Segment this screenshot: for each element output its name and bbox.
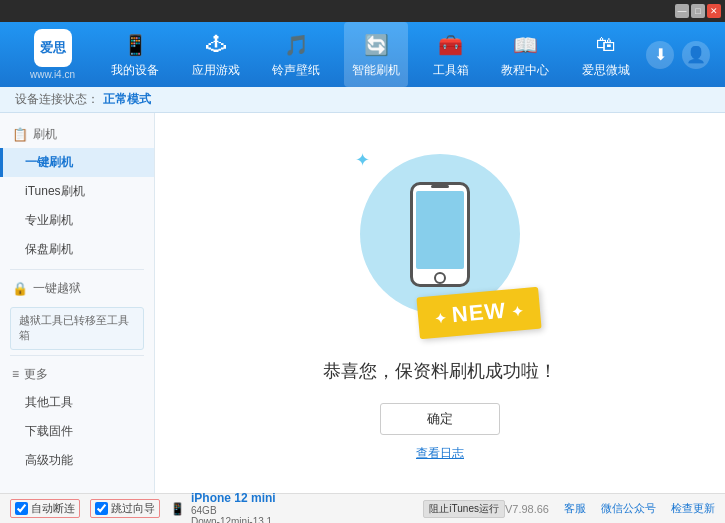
itunes-status: 阻止iTunes运行	[423, 500, 505, 518]
logo-icon: 爱思	[34, 29, 72, 67]
view-log-link[interactable]: 查看日志	[416, 445, 464, 462]
success-text: 恭喜您，保资料刷机成功啦！	[323, 359, 557, 383]
statusbar: 设备连接状态： 正常模式	[0, 87, 725, 113]
content-area: ✦ ✦ NEW 恭喜您，保资料刷机成功啦！ 确定 查看日志	[155, 113, 725, 493]
device-version: Down-12mini-13.1	[191, 516, 276, 524]
nav-smart-flash[interactable]: 🔄 智能刷机	[344, 22, 408, 87]
nav-items: 📱 我的设备 🕹 应用游戏 🎵 铃声壁纸 🔄 智能刷机 🧰 工具箱 📖 教程中心…	[95, 22, 646, 87]
flash-section-icon: 📋	[12, 127, 28, 142]
more-section-title: 更多	[24, 366, 48, 383]
main: 📋 刷机 一键刷机 iTunes刷机 专业刷机 保盘刷机 🔒 一键越狱 越狱工具…	[0, 113, 725, 493]
lock-icon: 🔒	[12, 281, 28, 296]
skip-wizard-checkbox[interactable]: 跳过向导	[90, 499, 160, 518]
nav-my-device-label: 我的设备	[111, 62, 159, 79]
weidian-icon: 🛍	[592, 31, 620, 59]
close-button[interactable]: ✕	[707, 4, 721, 18]
auto-disconnect-checkbox[interactable]: 自动断连	[10, 499, 80, 518]
tutorial-icon: 📖	[511, 31, 539, 59]
nav-ringtone-label: 铃声壁纸	[272, 62, 320, 79]
my-device-icon: 📱	[121, 31, 149, 59]
statusbar-label: 设备连接状态：	[15, 91, 99, 108]
stop-itunes-button[interactable]: 阻止iTunes运行	[423, 500, 505, 518]
wechat-link[interactable]: 微信公众号	[601, 501, 656, 516]
nav-tutorial[interactable]: 📖 教程中心	[493, 22, 557, 87]
sidebar-item-one-key-flash[interactable]: 一键刷机	[0, 148, 154, 177]
ringtone-icon: 🎵	[282, 31, 310, 59]
sidebar: 📋 刷机 一键刷机 iTunes刷机 专业刷机 保盘刷机 🔒 一键越狱 越狱工具…	[0, 113, 155, 493]
nav-tutorial-label: 教程中心	[501, 62, 549, 79]
sidebar-divider-1	[10, 269, 144, 270]
logo-url: www.i4.cn	[30, 69, 75, 80]
sidebar-flash-section: 📋 刷机	[0, 121, 154, 148]
bottom-device: 📱 iPhone 12 mini 64GB Down-12mini-13.1	[165, 491, 423, 524]
nav-app-game-label: 应用游戏	[192, 62, 240, 79]
logo-icon-text: 爱思	[40, 39, 66, 57]
update-link[interactable]: 检查更新	[671, 501, 715, 516]
statusbar-value: 正常模式	[103, 91, 151, 108]
toolbox-icon: 🧰	[437, 31, 465, 59]
service-link[interactable]: 客服	[564, 501, 586, 516]
nav-smart-flash-label: 智能刷机	[352, 62, 400, 79]
phone-screen	[416, 191, 464, 269]
nav-ringtone[interactable]: 🎵 铃声壁纸	[264, 22, 328, 87]
logo[interactable]: 爱思 www.i4.cn	[10, 29, 95, 80]
bottombar: 自动断连 跳过向导 📱 iPhone 12 mini 64GB Down-12m…	[0, 493, 725, 523]
nav-my-device[interactable]: 📱 我的设备	[103, 22, 167, 87]
illustration: ✦ ✦ NEW	[350, 144, 530, 344]
nav-toolbox[interactable]: 🧰 工具箱	[425, 22, 477, 87]
phone-speaker	[431, 185, 449, 188]
nav-weidian-label: 爱思微城	[582, 62, 630, 79]
nav-weidian[interactable]: 🛍 爱思微城	[574, 22, 638, 87]
titlebar: — □ ✕	[0, 0, 725, 22]
phone-body	[410, 182, 470, 287]
maximize-button[interactable]: □	[691, 4, 705, 18]
minimize-button[interactable]: —	[675, 4, 689, 18]
sidebar-item-advanced[interactable]: 高级功能	[0, 446, 154, 475]
nav-app-game[interactable]: 🕹 应用游戏	[184, 22, 248, 87]
lock-section-title: 一键越狱	[33, 280, 81, 297]
sidebar-item-pro-flash[interactable]: 专业刷机	[0, 206, 154, 235]
bottom-right: V7.98.66 客服 微信公众号 检查更新	[505, 501, 715, 516]
version-text: V7.98.66	[505, 503, 549, 515]
download-button[interactable]: ⬇	[646, 41, 674, 69]
flash-section-title: 刷机	[33, 126, 57, 143]
more-icon: ≡	[12, 367, 19, 381]
sidebar-item-save-data-flash[interactable]: 保盘刷机	[0, 235, 154, 264]
sidebar-item-other-tools[interactable]: 其他工具	[0, 388, 154, 417]
device-info: iPhone 12 mini 64GB Down-12mini-13.1	[191, 491, 276, 524]
smart-flash-icon: 🔄	[362, 31, 390, 59]
sidebar-divider-2	[10, 355, 144, 356]
sidebar-more-section: ≡ 更多	[0, 361, 154, 388]
device-storage: 64GB	[191, 505, 276, 516]
auto-disconnect-input[interactable]	[15, 502, 28, 515]
user-button[interactable]: 👤	[682, 41, 710, 69]
header: 爱思 www.i4.cn 📱 我的设备 🕹 应用游戏 🎵 铃声壁纸 🔄 智能刷机…	[0, 22, 725, 87]
nav-right: ⬇ 👤	[646, 41, 715, 69]
bottom-left: 自动断连 跳过向导	[10, 499, 165, 518]
nav-toolbox-label: 工具箱	[433, 62, 469, 79]
skip-wizard-label: 跳过向导	[111, 501, 155, 516]
sidebar-lock-section: 🔒 一键越狱	[0, 275, 154, 302]
auto-disconnect-label: 自动断连	[31, 501, 75, 516]
sidebar-item-download-firmware[interactable]: 下载固件	[0, 417, 154, 446]
confirm-button[interactable]: 确定	[380, 403, 500, 435]
sidebar-item-itunes-flash[interactable]: iTunes刷机	[0, 177, 154, 206]
skip-wizard-input[interactable]	[95, 502, 108, 515]
app-game-icon: 🕹	[202, 31, 230, 59]
sparkle-top-left: ✦	[355, 149, 370, 171]
device-icon: 📱	[170, 502, 185, 516]
sidebar-note: 越狱工具已转移至工具箱	[10, 307, 144, 350]
phone-home-button	[434, 272, 446, 284]
